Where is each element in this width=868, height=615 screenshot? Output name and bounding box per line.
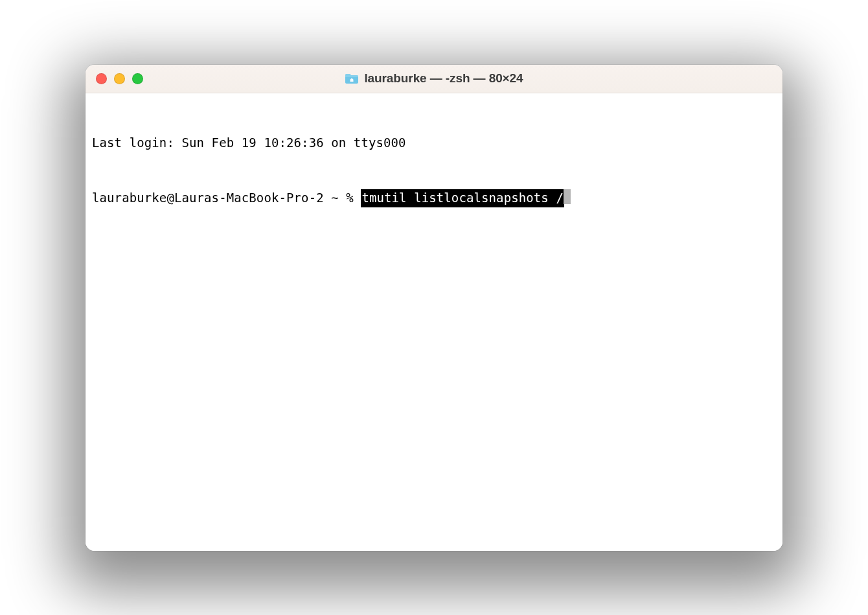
close-button[interactable] [96, 73, 107, 84]
titlebar[interactable]: lauraburke — -zsh — 80×24 [86, 65, 782, 93]
terminal-body[interactable]: Last login: Sun Feb 19 10:26:36 on ttys0… [86, 93, 782, 551]
window-title: lauraburke — -zsh — 80×24 [364, 71, 523, 86]
window-title-container: lauraburke — -zsh — 80×24 [96, 71, 772, 86]
home-folder-icon [345, 73, 359, 84]
maximize-button[interactable] [132, 73, 143, 84]
prompt-line: lauraburke@Lauras-MacBook-Pro-2 ~ % tmut… [92, 187, 776, 207]
minimize-button[interactable] [114, 73, 125, 84]
last-login-line: Last login: Sun Feb 19 10:26:36 on ttys0… [92, 134, 776, 152]
traffic-lights [96, 73, 143, 84]
terminal-cursor [564, 189, 571, 204]
shell-prompt: lauraburke@Lauras-MacBook-Pro-2 ~ % [92, 189, 361, 207]
command-input[interactable]: tmutil listlocalsnapshots / [361, 189, 564, 207]
terminal-window: lauraburke — -zsh — 80×24 Last login: Su… [86, 65, 782, 551]
